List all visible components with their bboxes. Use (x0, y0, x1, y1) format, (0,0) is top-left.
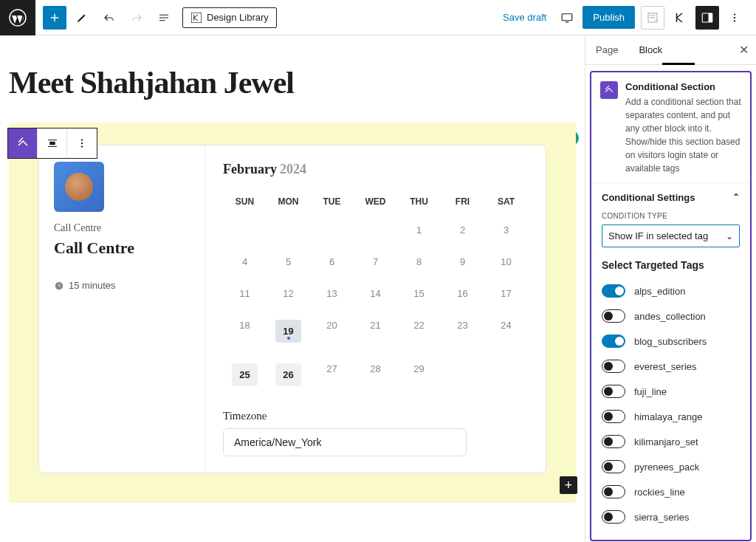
tag-label: alps_edition (634, 286, 685, 297)
tag-toggle[interactable] (602, 335, 625, 348)
booking-calendar-panel: February2024 SUNMONTUEWEDTHUFRISAT 12345… (205, 145, 546, 473)
settings-sidebar: Page Block ✕ Conditional Section Add a c… (585, 35, 756, 542)
clock-icon (54, 281, 64, 291)
tag-label: andes_collection (634, 311, 706, 322)
tag-label: pyrenees_pack (634, 462, 699, 473)
svg-rect-2 (563, 13, 573, 20)
tag-toggle[interactable] (602, 460, 625, 473)
editor-canvas[interactable]: Meet Shahjahan Jewel ▾ G Call Centre Cal… (0, 35, 585, 542)
undo-button[interactable] (97, 6, 121, 30)
tab-page[interactable]: Page (585, 35, 628, 64)
calendar-day: 24 (484, 309, 528, 353)
tag-toggle[interactable] (602, 309, 625, 323)
wordpress-logo[interactable] (0, 0, 35, 35)
pencil-icon (75, 11, 89, 24)
edit-button[interactable] (70, 6, 94, 30)
align-button[interactable] (38, 128, 67, 158)
block-more-button[interactable] (67, 128, 97, 158)
timezone-value: America/New_York (234, 436, 322, 448)
calendar-day: 8 (397, 246, 441, 278)
add-block-button[interactable] (43, 6, 66, 30)
publish-button[interactable]: Publish (583, 6, 635, 29)
calendar-day: 18 (223, 309, 267, 353)
svg-point-10 (81, 139, 83, 140)
calendar-day: 11 (223, 278, 267, 309)
svg-point-12 (81, 145, 83, 147)
plus-icon (48, 11, 61, 24)
settings-sidebar-button[interactable] (695, 6, 719, 30)
calendar-day-header: SAT (484, 189, 528, 214)
svg-rect-1 (191, 13, 201, 22)
tag-label: sierra_series (634, 512, 689, 523)
conditional-section-block[interactable]: Call Centre Call Centre 15 minutes Febru… (9, 123, 576, 503)
preview-button[interactable] (555, 6, 579, 30)
desktop-icon (560, 11, 574, 24)
tag-label: fuji_line (634, 386, 667, 397)
tag-toggle[interactable] (602, 284, 625, 298)
kadence-settings-button[interactable] (668, 6, 692, 30)
block-name: Conditional Section (625, 81, 741, 92)
calendar-day[interactable]: 26 (267, 353, 310, 397)
tag-toggle[interactable] (602, 360, 625, 373)
conditional-settings-toggle[interactable]: Conditional Settings ⌃ (591, 182, 750, 212)
calendar-day: 28 (354, 353, 397, 397)
tag-row: andes_collection (602, 303, 740, 329)
calendar-year: 2024 (280, 162, 306, 176)
condition-type-select[interactable]: Show IF in selected tag ⌄ (602, 224, 740, 247)
calendar-day: 9 (441, 246, 484, 278)
block-toolbar (7, 128, 97, 159)
close-sidebar-button[interactable]: ✕ (732, 35, 756, 64)
tag-label: himalaya_range (634, 411, 703, 422)
booking-info-panel: Call Centre Call Centre 15 minutes (39, 145, 205, 473)
kadence-k-icon (673, 11, 687, 24)
chevron-up-icon: ⌃ (732, 192, 740, 203)
calendar-day-header: THU (397, 189, 441, 214)
tag-label: everest_series (634, 361, 697, 372)
calendar-day (223, 214, 267, 246)
design-library-button[interactable]: Design Library (182, 7, 277, 28)
tag-row: everest_series (602, 354, 740, 379)
redo-button[interactable] (125, 6, 148, 30)
calendar-day: 16 (441, 278, 484, 309)
sidebar-tabs: Page Block ✕ (585, 35, 756, 65)
save-draft-button[interactable]: Save draft (503, 12, 546, 23)
calendar-day-header: TUE (310, 189, 354, 214)
sidebar-icon (701, 11, 714, 24)
more-options-button[interactable] (723, 6, 746, 30)
targeted-tags-heading: Select Targeted Tags (602, 259, 740, 271)
duration-text: 15 minutes (69, 280, 116, 291)
timezone-select[interactable]: America/New_York (223, 428, 467, 456)
tag-row: blog_subscribers (602, 329, 740, 354)
tag-toggle[interactable] (602, 410, 625, 423)
calendar-day: 21 (354, 309, 397, 353)
calendar-day: 27 (310, 353, 354, 397)
calendar-day-header: FRI (441, 189, 484, 214)
chevron-down-icon: ⌄ (726, 231, 733, 241)
block-type-button[interactable] (8, 128, 38, 158)
calendar-day[interactable]: 19 (267, 309, 310, 353)
conditional-section-icon (600, 81, 618, 99)
calendar-day (267, 214, 310, 246)
dots-vertical-icon (728, 11, 741, 24)
tag-toggle[interactable] (602, 385, 625, 398)
tag-toggle[interactable] (602, 435, 625, 448)
tag-label: rockies_line (634, 487, 685, 498)
calendar-day: 15 (397, 278, 441, 309)
svg-point-11 (81, 143, 83, 144)
tab-block[interactable]: Block (628, 35, 673, 64)
calendar-day: 20 (310, 309, 354, 353)
tag-toggle[interactable] (602, 510, 625, 524)
tag-row: rockies_line (602, 479, 740, 504)
append-block-button[interactable]: + (560, 476, 577, 494)
calendar-day: 2 (441, 214, 484, 246)
calendar-day[interactable]: 25 (223, 353, 267, 397)
conditional-settings-label: Conditional Settings (602, 192, 695, 203)
yoast-button[interactable] (641, 6, 664, 30)
calendar-day: 3 (484, 214, 528, 246)
calendar-day (484, 353, 528, 397)
calendar-day: 17 (484, 278, 528, 309)
document-overview-button[interactable] (152, 6, 176, 30)
svg-point-6 (734, 13, 735, 15)
page-title[interactable]: Meet Shahjahan Jewel (9, 65, 585, 100)
tag-toggle[interactable] (602, 485, 625, 498)
